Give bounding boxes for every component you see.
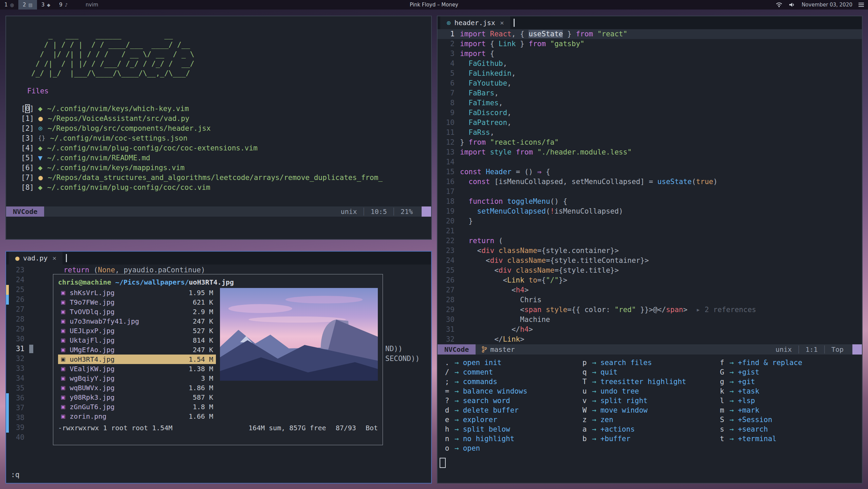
popup-file-wgBqiyY.jpg[interactable]: ▣wgBqiyY.jpg3 M <box>58 374 216 383</box>
file-size: 814 K <box>193 336 213 345</box>
tab-vad-py[interactable]: ● vad.py × <box>9 252 62 265</box>
popup-file-wqBUWVx.jpg[interactable]: ▣wqBUWVx.jpg1.86 M <box>58 383 216 393</box>
which-key-item-q[interactable]: q→quit <box>580 367 718 377</box>
which-key-item-z[interactable]: z→zen <box>580 415 718 424</box>
line-number: 7 <box>438 88 460 98</box>
line-number: 38 <box>9 413 29 423</box>
which-key-item-;[interactable]: ;→commands <box>443 377 580 386</box>
file-name: y08Rpk3.jpg <box>70 393 193 402</box>
arrow-icon: → <box>730 424 734 434</box>
close-icon[interactable]: × <box>500 19 504 27</box>
gutter-sign <box>6 314 9 324</box>
file-size: 247 K <box>193 345 213 355</box>
workspace-1[interactable]: 1◎ <box>0 0 18 10</box>
file-index: [3] <box>21 133 34 143</box>
nvcode-logo: _ ___ ______ __ / | / / | / / ____/___ _… <box>31 31 431 78</box>
popup-file-UEJLpxP.jpg[interactable]: ▣UEJLpxP.jpg527 K <box>58 326 216 336</box>
which-key-item-?[interactable]: ?→search word <box>443 396 580 405</box>
key-hint: g <box>718 377 726 386</box>
line-text: Chris <box>460 295 541 305</box>
key-hint: a <box>580 424 589 434</box>
recent-files-list[interactable]: [0]◆~/.config/nvim/keys/which-key.vim[1]… <box>16 104 431 193</box>
popup-file-y08Rpk3.jpg[interactable]: ▣y08Rpk3.jpg587 K <box>58 393 216 402</box>
popup-file-UMgEfAo.jpg[interactable]: ▣UMgEfAo.jpg247 K <box>58 345 216 355</box>
file-index: [5] <box>21 153 34 163</box>
popup-file-UktajFl.jpg[interactable]: ▣UktajFl.jpg814 K <box>58 336 216 345</box>
binding-label: quit <box>601 367 618 377</box>
recent-file-0[interactable]: [0]◆~/.config/nvim/keys/which-key.vim <box>16 104 431 114</box>
which-key-item-k[interactable]: k→+task <box>718 386 855 396</box>
recent-file-5[interactable]: [5]▼~/.config/nvim/README.md <box>16 153 431 163</box>
gutter-sign <box>6 433 9 442</box>
which-key-item-h[interactable]: h→split below <box>443 424 580 434</box>
which-key-item-T[interactable]: T→treesitter highlight <box>580 377 718 386</box>
recent-file-2[interactable]: [2]⊛~/Repos/blog/src/components/header.j… <box>16 124 431 133</box>
line-text: </h4> <box>460 325 533 334</box>
key-hint: d <box>443 405 451 415</box>
which-key-item-f[interactable]: f→+find & replace <box>718 358 855 367</box>
vim-icon: ◆ <box>38 163 42 173</box>
file-name: TvOVDlq.jpg <box>70 307 193 316</box>
popup-file-zorin.png[interactable]: ▣zorin.png1.66 M <box>58 412 216 421</box>
workspace-2[interactable]: 2▤ <box>18 0 37 10</box>
jsx-code-area[interactable]: 1import React, { useState } from "react"… <box>438 29 862 344</box>
start-screen-body: _ ___ ______ __ / | / / | / / ____/___ _… <box>6 16 431 206</box>
line-number: 25 <box>438 266 460 275</box>
line-number: 36 <box>9 393 29 403</box>
recent-file-1[interactable]: [1]●~/Repos/VoiceAssistant/src/vad.py <box>16 114 431 124</box>
which-key-item-.[interactable]: .→open init <box>443 358 580 367</box>
which-key-item-v[interactable]: v→split right <box>580 396 718 405</box>
popup-file-shKsVrL.jpg[interactable]: ▣shKsVrL.jpg1.95 M <box>58 288 216 297</box>
menu-icon[interactable] <box>858 3 864 7</box>
which-key-item-W[interactable]: W→move window <box>580 405 718 415</box>
tab-header-jsx[interactable]: ⊛ header.jsx × <box>440 16 510 29</box>
binding-label: +find & replace <box>738 358 802 367</box>
which-key-item-g[interactable]: g→+git <box>718 377 855 386</box>
recent-file-8[interactable]: [8]◆~/.config/nvim/plug-config/coc/coc.v… <box>16 183 431 193</box>
line-number: 37 <box>9 403 29 413</box>
which-key-item-G[interactable]: G→+gist <box>718 367 855 377</box>
which-key-item-s[interactable]: s→+search <box>718 424 855 434</box>
recent-file-7[interactable]: [7]●~/Repos/data_structures_and_algorith… <box>16 173 431 183</box>
which-key-item-p[interactable]: p→search files <box>580 358 718 367</box>
which-key-item-l[interactable]: l→+lsp <box>718 396 855 405</box>
which-key-item-a[interactable]: a→+actions <box>580 424 718 434</box>
which-key-item-m[interactable]: m→+mark <box>718 405 855 415</box>
statusline-separator: │ <box>362 207 366 216</box>
python-icon: ● <box>15 255 20 261</box>
key-hint: t <box>718 434 726 443</box>
which-key-item-t[interactable]: t→+terminal <box>718 434 855 443</box>
binding-label: undo tree <box>601 386 639 396</box>
recent-file-6[interactable]: [6]◆~/.config/nvim/keys/mappings.vim <box>16 163 431 173</box>
which-key-item-=[interactable]: =→balance windows <box>443 386 580 396</box>
workspace-3[interactable]: 3◆ <box>37 0 55 10</box>
which-key-item-u[interactable]: u→undo tree <box>580 386 718 396</box>
which-key-item-S[interactable]: S→+Session <box>718 415 855 424</box>
which-key-item-d[interactable]: d→delete buffer <box>443 405 580 415</box>
which-key-item-e[interactable]: e→explorer <box>443 415 580 424</box>
key-hint: h <box>443 424 451 434</box>
which-key-item-n[interactable]: n→no highlight <box>443 434 580 443</box>
line-number: 28 <box>9 314 29 324</box>
close-icon[interactable]: × <box>52 254 56 262</box>
vim-icon: ◆ <box>38 183 42 193</box>
popup-file-u7o3nwab7fy41.jpg[interactable]: ▣u7o3nwab7fy41.jpg247 K <box>58 316 216 326</box>
workspace-9[interactable]: 9♪ <box>55 0 72 10</box>
command-line[interactable]: :q <box>11 471 19 479</box>
which-key-item-/[interactable]: /→comment <box>443 367 580 377</box>
popup-file-uoH3RT4.jpg[interactable]: ▣uoH3RT4.jpg1.54 M <box>58 355 216 364</box>
file-path: ~/.config/nvim/keys/which-key.vim <box>47 104 189 114</box>
popup-file-VEaljKW.jpg[interactable]: ▣VEaljKW.jpg1.38 M <box>58 364 216 374</box>
recent-file-3[interactable]: [3]{}~/.config/nvim/coc-settings.json <box>16 133 431 143</box>
line-text: </Link> <box>460 334 524 344</box>
which-key-item-o[interactable]: o→open <box>443 443 580 453</box>
popup-file-list[interactable]: ▣shKsVrL.jpg1.95 M▣T9o7FWe.jpg621 K▣TvOV… <box>58 288 216 421</box>
which-key-item-b[interactable]: b→+buffer <box>580 434 718 443</box>
recent-file-4[interactable]: [4]◆~/.config/nvim/plug-config/coc/coc-e… <box>16 143 431 153</box>
arrow-icon: → <box>730 434 734 443</box>
popup-file-T9o7FWe.jpg[interactable]: ▣T9o7FWe.jpg621 K <box>58 297 216 307</box>
popup-file-TvOVDlq.jpg[interactable]: ▣TvOVDlq.jpg2.9 M <box>58 307 216 316</box>
arrow-icon: → <box>592 396 596 405</box>
file-path: ~/.config/nvim/coc-settings.json <box>50 133 188 143</box>
popup-file-zGnGuT6.jpg[interactable]: ▣zGnGuT6.jpg1.8 M <box>58 402 216 412</box>
